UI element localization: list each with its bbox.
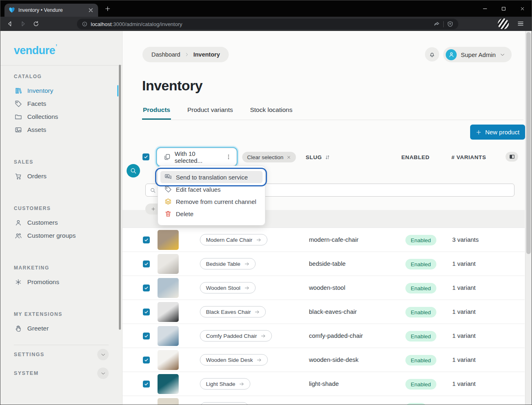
product-thumbnail[interactable] bbox=[158, 230, 179, 250]
sidebar-item-inventory[interactable]: Inventory bbox=[0, 84, 122, 97]
row-checkbox[interactable] bbox=[143, 261, 150, 267]
bulk-actions-button[interactable]: With 10 selected... bbox=[157, 148, 237, 166]
row-checkbox[interactable] bbox=[143, 236, 150, 243]
notifications-button[interactable] bbox=[425, 47, 439, 61]
browser-tab[interactable]: Inventory • Vendure bbox=[4, 4, 98, 17]
tab-product-variants[interactable]: Product variants bbox=[186, 105, 234, 120]
sidebar-section-settings[interactable]: SETTINGS bbox=[14, 345, 109, 364]
sidebar-item-greeter[interactable]: Greeter bbox=[0, 322, 122, 335]
tab-stock-locations[interactable]: Stock locations bbox=[249, 105, 293, 120]
url-bar[interactable]: localhost:3000/admin/catalog/inventory bbox=[77, 19, 458, 29]
column-settings-button[interactable] bbox=[506, 152, 518, 162]
product-name: Bedside Table bbox=[206, 261, 241, 267]
search-icon bbox=[130, 167, 137, 174]
person-icon bbox=[448, 51, 455, 58]
back-icon[interactable] bbox=[7, 20, 13, 27]
user-name: Super Admin bbox=[461, 51, 496, 58]
clear-selection-button[interactable]: Clear selection bbox=[242, 152, 296, 162]
tab-products[interactable]: Products bbox=[142, 105, 171, 120]
sidebar-item-collections[interactable]: Collections bbox=[0, 110, 122, 123]
window-maximize-button[interactable] bbox=[494, 0, 513, 17]
product-name: Modern Cafe Chair bbox=[206, 237, 252, 243]
sidebar-item-promotions[interactable]: Promotions bbox=[0, 276, 122, 289]
arrow-right-icon bbox=[261, 333, 266, 339]
window-minimize-button[interactable] bbox=[475, 0, 494, 17]
row-checkbox[interactable] bbox=[143, 357, 150, 363]
tab-close-icon[interactable] bbox=[88, 7, 94, 13]
expand-settings-button[interactable] bbox=[97, 349, 109, 360]
sidebar-section-system[interactable]: SYSTEM bbox=[14, 364, 109, 383]
row-checkbox[interactable] bbox=[143, 285, 150, 291]
share-icon[interactable] bbox=[433, 21, 440, 27]
site-info-icon[interactable] bbox=[82, 21, 88, 27]
columns-icon bbox=[509, 154, 515, 160]
product-thumbnail[interactable] bbox=[158, 398, 179, 405]
sidebar: vendure CATALOG Inventory Facets Collect… bbox=[0, 31, 123, 405]
row-checkbox[interactable] bbox=[143, 333, 150, 339]
product-name-link[interactable]: Light Shade bbox=[200, 378, 250, 390]
product-name-link[interactable]: Wooden Stool bbox=[200, 282, 256, 293]
arrow-right-icon bbox=[239, 381, 244, 387]
plus-icon bbox=[151, 207, 155, 211]
brave-shield-icon[interactable] bbox=[447, 21, 453, 27]
sidebar-item-assets[interactable]: Assets bbox=[0, 123, 122, 136]
menu-item-remove-from-current-channel[interactable]: Remove from current channel bbox=[160, 195, 263, 208]
check-icon bbox=[144, 382, 149, 386]
sidebar-section: CUSTOMERS Customers Customer groups bbox=[0, 206, 122, 242]
status-badge: Enabled bbox=[405, 355, 436, 366]
reload-icon[interactable] bbox=[33, 20, 39, 27]
row-checkbox[interactable] bbox=[143, 309, 150, 315]
column-header-slug[interactable]: SLUG bbox=[306, 154, 331, 160]
status-badge: Enabled bbox=[405, 259, 436, 269]
row-checkbox[interactable] bbox=[143, 381, 150, 387]
window-close-button[interactable] bbox=[513, 0, 532, 17]
menu-item-send-to-translation-service[interactable]: Send to translation service bbox=[160, 171, 263, 183]
product-thumbnail[interactable] bbox=[158, 302, 179, 322]
new-product-button[interactable]: New product bbox=[470, 125, 525, 140]
product-name-link[interactable]: Modern Cafe Chair bbox=[200, 234, 267, 245]
vendure-admin-app: vendure CATALOG Inventory Facets Collect… bbox=[0, 31, 532, 405]
tag-icon bbox=[164, 186, 172, 193]
variant-count: 1 variant bbox=[452, 308, 476, 315]
maximize-icon bbox=[501, 6, 506, 11]
product-name-link[interactable] bbox=[200, 402, 249, 405]
sort-icon[interactable] bbox=[324, 154, 331, 160]
product-thumbnail[interactable] bbox=[158, 254, 179, 274]
product-name-link[interactable]: Black Eaves Chair bbox=[200, 306, 266, 317]
product-name: Wooden Side Desk bbox=[206, 357, 253, 363]
breadcrumb-dashboard[interactable]: Dashboard bbox=[151, 51, 180, 58]
breadcrumb[interactable]: Dashboard Inventory bbox=[142, 47, 229, 62]
product-thumbnail[interactable] bbox=[158, 350, 179, 370]
browser-profile-avatar[interactable] bbox=[498, 18, 509, 29]
expand-system-button[interactable] bbox=[97, 368, 109, 379]
search-toggle-button[interactable] bbox=[127, 164, 140, 177]
sidebar-item-label: Collections bbox=[27, 113, 58, 120]
product-name-link[interactable]: Comfy Padded Chair bbox=[200, 330, 272, 342]
product-slug: comfy-padded-chair bbox=[309, 332, 363, 339]
product-name-link[interactable]: Bedside Table bbox=[200, 258, 256, 269]
select-all-checkbox[interactable] bbox=[142, 153, 149, 160]
sidebar-item-orders[interactable]: Orders bbox=[0, 170, 122, 183]
sidebar-scrollbar[interactable] bbox=[119, 65, 121, 330]
sidebar-item-customer-groups[interactable]: Customer groups bbox=[0, 229, 122, 242]
arrow-right-icon bbox=[244, 285, 250, 291]
layers-icon bbox=[164, 198, 172, 205]
new-tab-button[interactable] bbox=[105, 6, 111, 12]
product-thumbnail[interactable] bbox=[158, 326, 179, 346]
menu-item-delete[interactable]: Delete bbox=[160, 208, 263, 220]
product-name-link[interactable]: Wooden Side Desk bbox=[200, 354, 268, 366]
browser-titlebar: Inventory • Vendure bbox=[0, 0, 532, 17]
product-thumbnail[interactable] bbox=[158, 278, 179, 298]
forward-icon[interactable] bbox=[20, 20, 26, 27]
scrollbar-thumb[interactable] bbox=[526, 32, 531, 254]
product-thumbnail[interactable] bbox=[158, 374, 179, 394]
sidebar-item-customers[interactable]: Customers bbox=[0, 216, 122, 229]
user-menu[interactable]: Super Admin bbox=[443, 47, 512, 62]
sidebar-section: MARKETING Promotions bbox=[0, 265, 122, 289]
menu-item-edit-facet-values[interactable]: Edit facet values bbox=[160, 183, 263, 195]
sidebar-item-facets[interactable]: Facets bbox=[0, 97, 122, 110]
page-scrollbar[interactable] bbox=[525, 31, 532, 405]
image-icon bbox=[15, 126, 22, 134]
breadcrumb-inventory[interactable]: Inventory bbox=[193, 51, 220, 58]
browser-menu-icon[interactable] bbox=[517, 20, 524, 28]
